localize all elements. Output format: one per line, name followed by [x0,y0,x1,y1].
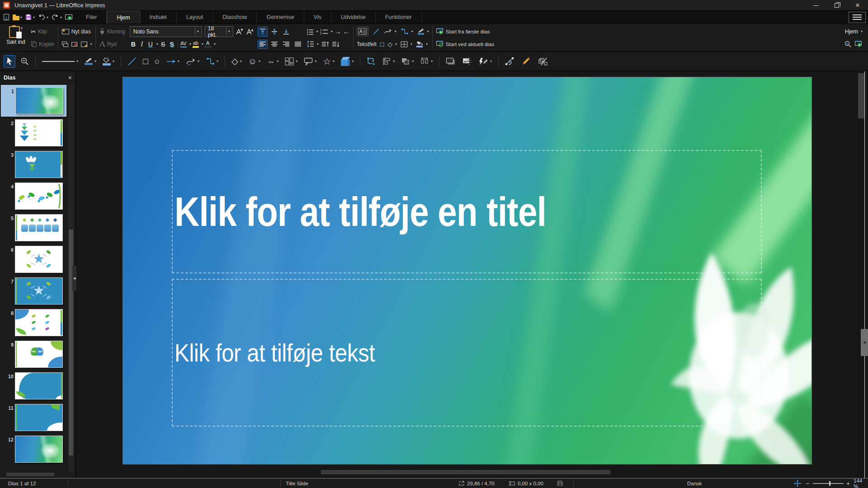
save-button[interactable]: ▾ [24,13,36,22]
flowchart-dropdown[interactable]: ▾ [296,59,297,63]
glue-points-button[interactable] [520,56,533,67]
stars-banners-button[interactable]: ☆ ▾ [321,56,336,67]
paste-dropdown[interactable]: ▾ [21,26,23,30]
open-dropdown[interactable]: ▾ [20,15,22,19]
align-center-vertical-button[interactable] [269,27,279,37]
font-name-dropdown[interactable]: ▾ [195,27,200,36]
flowchart-button[interactable]: ▾ [283,56,299,67]
block-arrows-button[interactable]: ⇔ ▾ [265,56,280,67]
undo-button[interactable]: ▾ [37,13,49,22]
cut-button[interactable]: ✂ Klip [31,28,47,35]
tab-filer[interactable]: Filer [76,11,107,23]
close-button[interactable]: × [847,0,868,10]
highlight-dropdown[interactable]: ▾ [202,42,203,46]
arrange-button[interactable]: ▾ [400,56,415,67]
find-replace-button[interactable]: a [844,41,852,48]
slide-thumbnail-row-3[interactable]: 3 [1,149,66,180]
context-selector[interactable]: Hjem ▾ [845,28,863,35]
char-spacing-button[interactable]: AV ▾ [180,41,191,47]
zoom-out-button[interactable]: − [806,479,809,488]
align-bottom-button[interactable] [281,27,291,37]
copy-button[interactable]: Kopiér [31,41,55,47]
tab-hjem[interactable]: Hjem [107,11,140,23]
tab-layout[interactable]: Layout [177,11,213,23]
fill-color-button[interactable]: ▾ [101,56,116,67]
shadow-button[interactable] [444,56,457,67]
undo-dropdown[interactable]: ▾ [47,15,48,19]
tab-diasshow[interactable]: Diasshow [213,11,257,23]
toggle-extrusion-button[interactable] [536,56,550,67]
fill-color-button[interactable]: ▾ [416,41,428,47]
slide-thumbnail-row-5[interactable]: 5 [1,212,66,243]
image-filter-dropdown[interactable]: ▾ [490,59,492,63]
underline-dropdown[interactable]: ▾ [156,42,158,46]
symbol-shapes-dropdown[interactable]: ▾ [259,59,260,63]
3d-objects-dropdown[interactable]: ▾ [352,59,354,63]
insert-textbox-button[interactable]: A [357,27,368,36]
line-spacing-button[interactable]: ▾ [307,41,319,47]
shadow-text-button[interactable]: S [168,41,175,48]
justify-button[interactable] [293,40,303,49]
distribute-button[interactable]: ▾ [419,56,434,67]
bold-button[interactable]: B [130,41,137,48]
crop-image-button[interactable] [461,56,473,67]
stars-banners-dropdown[interactable]: ▾ [333,59,335,63]
zoom-tool-button[interactable] [19,56,30,67]
basic-shapes-button[interactable]: ◇ ▾ [387,41,397,47]
line-spacing-dropdown[interactable]: ▾ [317,42,319,46]
slide-6-thumbnail[interactable] [15,246,62,272]
connector-dropdown[interactable]: ▾ [411,29,413,33]
promote-icon[interactable]: ← [343,28,350,35]
zoom-slider-handle[interactable] [829,481,830,486]
tab-gennemse[interactable]: Gennemse [257,11,304,23]
rectangle-icon[interactable]: □ [380,41,384,47]
zoom-in-button[interactable]: + [846,479,850,488]
clone-formatting-button[interactable]: Kloning [99,28,125,35]
start-presentation-button[interactable] [854,41,863,47]
slide-thumbnail-row-2[interactable]: 2 01 02 03 04 [1,117,66,148]
shrink-font-button[interactable] [246,28,254,35]
slide-thumbnail-row-11[interactable]: 11 [1,402,66,433]
new-document-button[interactable] [2,13,11,22]
fit-slide-button[interactable] [794,479,801,488]
slide-thumbnail-row-6[interactable]: 6 [1,244,66,275]
select-tool-button[interactable] [4,55,15,68]
strikethrough-button[interactable]: S [160,41,167,48]
slide-2-thumbnail[interactable]: 01 02 03 04 [15,120,62,146]
slide-thumbnail-list[interactable]: 1 2 01 02 03 04 3 [0,85,67,473]
scrollbar-thumb[interactable] [69,230,73,455]
curve-polygon-button[interactable]: ▾ [184,56,201,67]
line-color-dropdown[interactable]: ▾ [94,59,96,63]
highlight-color-button[interactable]: ab ▾ [193,41,203,48]
lines-arrows-dropdown[interactable]: ▾ [178,59,179,63]
slide-thumbnail-row-4[interactable]: 4 [1,181,66,211]
language-indicator[interactable]: Dansk [687,479,702,488]
slide-thumbnail-row-12[interactable]: 12 [1,434,66,465]
title-placeholder[interactable]: Klik for at tilføje en titel [172,150,762,273]
align-right-button[interactable] [281,40,291,49]
insert-line-button[interactable] [126,56,138,67]
slide-panel-close-icon[interactable]: × [68,74,72,81]
curve-button[interactable]: ▾ [384,28,396,35]
slide-10-thumbnail[interactable] [15,373,62,399]
connector-button[interactable]: ▾ [401,28,413,35]
slide-7-thumbnail[interactable] [15,278,62,304]
arrange-dropdown[interactable]: ▾ [412,59,414,63]
numbered-list-dropdown[interactable]: ▾ [331,29,333,33]
tab-udvidelse[interactable]: Udvidelse [331,11,376,23]
basic-shapes-dropdown[interactable]: ▾ [240,59,242,63]
bullet-list-dropdown[interactable]: ▾ [316,29,318,33]
start-from-first-slide-button[interactable]: Start fra første dias [436,28,490,35]
increase-paragraph-spacing-button[interactable] [321,41,329,47]
font-size-combobox[interactable]: 18 pkt. ▾ [204,26,233,37]
symbol-shapes-button[interactable]: ☺ ▾ [247,56,262,67]
open-button[interactable]: ▾ [12,14,23,21]
font-size-dropdown[interactable]: ▾ [226,27,231,36]
underline-button[interactable]: U [147,41,154,48]
slide-thumbnail-row-9[interactable]: 9 70% 30% [1,339,66,370]
curve-dropdown[interactable]: ▾ [198,59,199,63]
slide-thumbnail-row-1[interactable]: 1 [1,85,66,117]
rectangle-tool-button[interactable]: □ [142,56,149,67]
image-filter-button[interactable]: ▾ [477,56,493,67]
new-slide-button[interactable]: Nyt dias [61,28,91,35]
